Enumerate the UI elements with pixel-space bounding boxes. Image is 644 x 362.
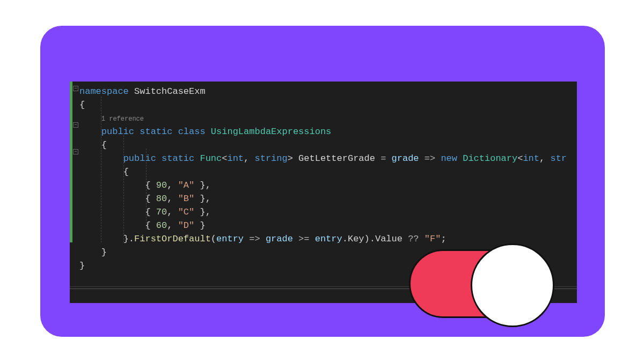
lambda-param: entry	[216, 234, 244, 244]
editor-gutter	[70, 82, 76, 303]
type-int: int	[227, 153, 244, 164]
codelens-references[interactable]: 1 reference	[101, 115, 144, 123]
toggle-knob	[471, 243, 554, 327]
field-modifiers: public static	[123, 153, 200, 164]
change-marker	[70, 82, 72, 242]
class-modifiers: public static class	[101, 127, 211, 137]
initializer-open: {	[123, 167, 129, 177]
string-literal: "D"	[178, 220, 195, 231]
initializer-close: }	[123, 234, 129, 244]
type-string: string	[254, 153, 287, 164]
property-value: Value	[375, 234, 402, 244]
brace-close: }	[101, 247, 107, 257]
keyword-namespace: namespace	[79, 86, 129, 97]
toggle-switch[interactable]	[409, 249, 548, 318]
string-literal: "B"	[178, 194, 195, 204]
keyword-new: new	[441, 153, 463, 164]
string-literal: "A"	[178, 180, 195, 190]
type-func: Func	[200, 153, 222, 164]
property-key: Key	[348, 234, 364, 244]
fold-toggle-icon[interactable]: −	[73, 149, 78, 154]
class-name: UsingLambdaExpressions	[211, 127, 331, 137]
brace-open: {	[79, 100, 85, 110]
field-name: GetLetterGrade	[298, 153, 375, 164]
string-literal: "C"	[178, 207, 195, 217]
number-literal: 80	[156, 194, 167, 204]
method-firstordefault: FirstOrDefault	[134, 234, 211, 244]
number-literal: 90	[156, 180, 167, 190]
string-literal: "F"	[425, 234, 441, 244]
card-container: − − − namespace SwitchCaseExm { 1 refere…	[40, 26, 605, 337]
number-literal: 70	[156, 207, 167, 217]
brace-close: }	[79, 261, 85, 271]
brace-open: {	[101, 140, 107, 150]
lambda-param: grade	[392, 153, 419, 164]
fold-toggle-icon[interactable]: −	[73, 122, 78, 128]
namespace-name: SwitchCaseExm	[129, 86, 206, 97]
number-literal: 60	[156, 220, 167, 231]
type-dictionary: Dictionary	[463, 153, 517, 164]
fold-toggle-icon[interactable]: −	[73, 86, 78, 91]
